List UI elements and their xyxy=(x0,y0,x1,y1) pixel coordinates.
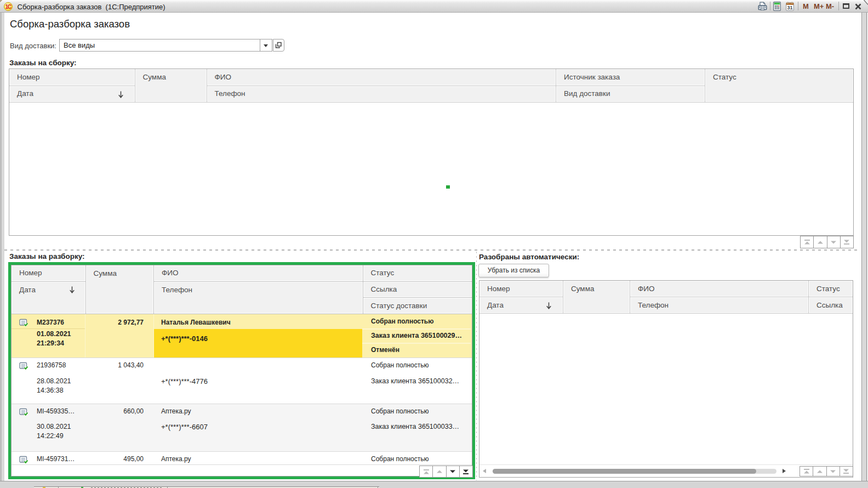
svg-text:31: 31 xyxy=(787,5,792,10)
